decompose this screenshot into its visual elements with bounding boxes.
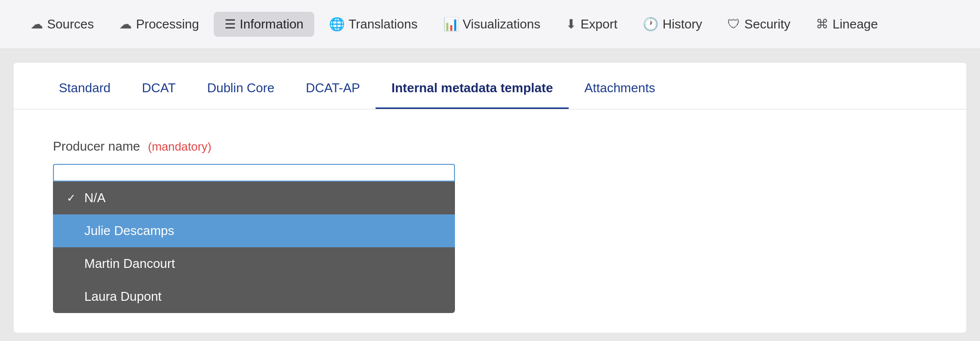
nav-item-security[interactable]: 🛡 Security xyxy=(717,12,801,37)
clock-icon: 🕐 xyxy=(643,17,658,32)
shield-icon: 🛡 xyxy=(728,17,740,32)
producer-name-label: Producer name (mandatory) xyxy=(53,139,927,154)
chart-icon: 📊 xyxy=(443,17,459,32)
nav-label-lineage: Lineage xyxy=(832,17,878,32)
nav-item-lineage[interactable]: ⌘ Lineage xyxy=(805,12,889,37)
dropdown-option-na[interactable]: ✓ N/A xyxy=(53,182,455,214)
nav-item-information[interactable]: ☰ Information xyxy=(214,12,314,37)
nav-label-export: Export xyxy=(580,17,617,32)
nav-item-history[interactable]: 🕐 History xyxy=(632,12,713,37)
nav-item-sources[interactable]: ☁ Sources xyxy=(20,12,104,37)
nav-label-information: Information xyxy=(240,17,303,32)
cloud-processing-icon: ☁ xyxy=(119,17,132,32)
dropdown-menu: ✓ N/A Julie Descamps Martin Dancourt Lau… xyxy=(53,182,455,313)
tab-dcat[interactable]: DCAT xyxy=(126,63,192,109)
nav-label-sources: Sources xyxy=(47,17,94,32)
nav-item-export[interactable]: ⬇ Export xyxy=(555,12,628,37)
lineage-icon: ⌘ xyxy=(816,17,829,32)
cloud-upload-icon: ☁ xyxy=(30,17,43,32)
sub-tab-bar: Standard DCAT Dublin Core DCAT-AP Intern… xyxy=(14,63,966,109)
tab-attachments[interactable]: Attachments xyxy=(569,63,671,109)
checkmark-icon: ✓ xyxy=(67,192,78,205)
globe-icon: 🌐 xyxy=(329,17,345,32)
nav-item-visualizations[interactable]: 📊 Visualizations xyxy=(432,12,552,37)
nav-label-translations: Translations xyxy=(349,17,418,32)
dropdown-option-julie[interactable]: Julie Descamps xyxy=(53,214,455,247)
list-icon: ☰ xyxy=(225,17,236,32)
download-icon: ⬇ xyxy=(566,17,577,32)
dropdown-option-laura[interactable]: Laura Dupont xyxy=(53,280,455,313)
top-navigation: ☁ Sources ☁ Processing ☰ Information 🌐 T… xyxy=(0,0,980,49)
dropdown-option-martin[interactable]: Martin Dancourt xyxy=(53,247,455,280)
nav-item-translations[interactable]: 🌐 Translations xyxy=(318,12,428,37)
nav-label-visualizations: Visualizations xyxy=(463,17,541,32)
main-content-panel: Standard DCAT Dublin Core DCAT-AP Intern… xyxy=(14,63,966,333)
tab-internal-metadata-template[interactable]: Internal metadata template xyxy=(376,63,568,109)
dropdown-trigger[interactable] xyxy=(53,164,455,182)
nav-label-processing: Processing xyxy=(136,17,199,32)
tab-dcat-ap[interactable]: DCAT-AP xyxy=(290,63,376,109)
nav-label-security: Security xyxy=(744,17,790,32)
tab-dublin-core[interactable]: Dublin Core xyxy=(191,63,290,109)
mandatory-indicator: (mandatory) xyxy=(148,140,211,154)
content-area: Producer name (mandatory) ✓ N/A Julie De… xyxy=(14,109,966,211)
producer-name-dropdown[interactable]: ✓ N/A Julie Descamps Martin Dancourt Lau… xyxy=(53,164,455,182)
nav-label-history: History xyxy=(662,17,702,32)
nav-item-processing[interactable]: ☁ Processing xyxy=(108,12,210,37)
tab-standard[interactable]: Standard xyxy=(43,63,126,109)
